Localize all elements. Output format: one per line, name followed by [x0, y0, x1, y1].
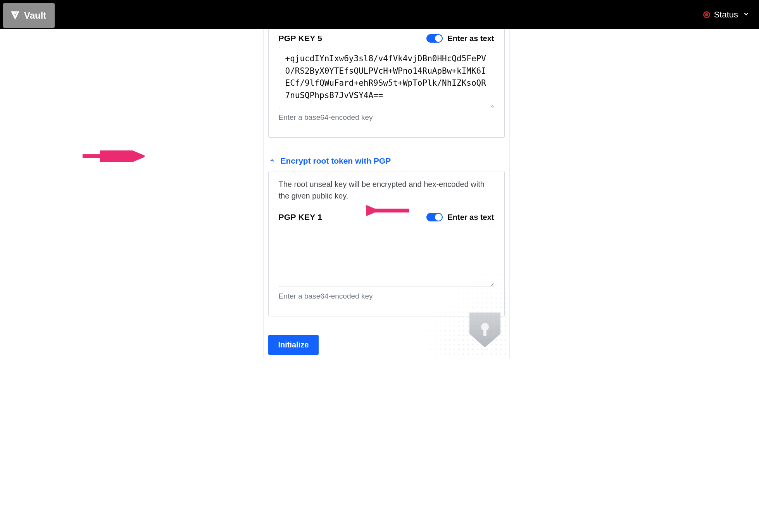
status-indicator-icon: [702, 10, 711, 19]
pgp-key-1-text-toggle[interactable]: [426, 213, 443, 221]
pgp-key-5-input[interactable]: [279, 47, 494, 108]
pgp-key-1-toggle-label: Enter as text: [447, 213, 494, 222]
shield-icon: [467, 311, 502, 349]
svg-point-4: [14, 14, 15, 15]
pgp-key-5-text-toggle[interactable]: [426, 34, 443, 43]
initialize-button[interactable]: Initialize: [268, 335, 319, 355]
svg-rect-8: [483, 329, 486, 336]
brand-label: Vault: [24, 10, 46, 21]
svg-point-3: [16, 12, 17, 13]
chevron-down-icon: [741, 10, 750, 20]
pgp-key-1-hint: Enter a base64-encoded key: [279, 292, 494, 301]
svg-point-1: [14, 12, 14, 13]
root-token-pgp-panel: The root unseal key will be encrypted an…: [268, 171, 505, 316]
vault-logo-icon: [10, 10, 20, 21]
app-header: Vault Status: [0, 0, 759, 29]
pgp-key-5-panel: PGP KEY 5 Enter as text Enter a base64-e…: [268, 29, 505, 138]
chevron-up-icon: [269, 156, 275, 166]
init-form-container: PGP KEY 5 Enter as text Enter a base64-e…: [263, 29, 510, 358]
svg-point-2: [15, 12, 16, 13]
status-dropdown[interactable]: Status: [702, 10, 750, 20]
svg-point-6: [15, 15, 16, 16]
root-token-description: The root unseal key will be encrypted an…: [279, 171, 494, 205]
pgp-key-5-label: PGP KEY 5: [279, 34, 323, 43]
pgp-key-5-toggle-label: Enter as text: [447, 34, 494, 43]
pgp-key-5-hint: Enter a base64-encoded key: [279, 113, 494, 122]
brand-badge[interactable]: Vault: [3, 3, 55, 28]
svg-point-5: [15, 14, 16, 15]
pgp-key-1-label: PGP KEY 1: [279, 212, 323, 222]
encrypt-root-token-disclosure[interactable]: Encrypt root token with PGP: [269, 156, 509, 166]
status-label: Status: [714, 10, 738, 20]
pgp-key-1-input[interactable]: [279, 226, 494, 287]
encrypt-root-token-label: Encrypt root token with PGP: [281, 156, 391, 166]
